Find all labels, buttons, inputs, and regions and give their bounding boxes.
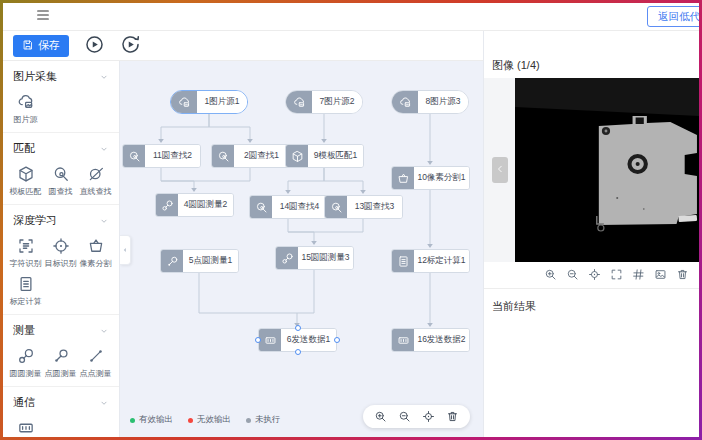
legend-item: 无效输出 (188, 414, 231, 426)
sidebar-section: 深度学习字符识别目标识别像素分割标定计算 (3, 205, 119, 315)
sidebar-item[interactable]: 圆查找 (43, 165, 78, 197)
circle-find-icon (52, 165, 70, 183)
section-title: 测量 (13, 323, 35, 338)
sidebar-item[interactable]: 字符识别 (8, 237, 43, 269)
measure-cc-icon (156, 194, 178, 216)
circle-find-icon (123, 145, 145, 167)
fullscreen-button[interactable] (610, 268, 623, 281)
flow-node[interactable]: 12标定计算1 (391, 249, 470, 273)
save-icon (22, 39, 34, 53)
sidebar-item[interactable] (8, 419, 43, 437)
basket-icon (392, 167, 414, 189)
sidebar-item[interactable]: 点点测量 (78, 347, 113, 379)
image-thumb-strip (484, 78, 515, 262)
image-icon (654, 268, 667, 281)
zoom-in-button[interactable] (544, 268, 557, 281)
sidebar-item[interactable]: 像素分割 (78, 237, 113, 269)
toolbar: 保存 (3, 31, 483, 61)
section-items: 模板匹配圆查找直线查找 (3, 159, 119, 199)
run-button[interactable] (83, 35, 105, 57)
legend-dot (188, 418, 193, 423)
flow-node[interactable]: 14圆查找4 (249, 195, 328, 219)
node-label: 13圆查找3 (347, 196, 402, 218)
section-items: 字符识别目标识别像素分割标定计算 (3, 231, 119, 309)
sidebar-item[interactable]: 点圆测量 (43, 347, 78, 379)
sidebar-item[interactable]: 图片源 (8, 93, 43, 125)
trash-icon (446, 410, 459, 423)
circle-find-icon (212, 145, 234, 167)
sidebar-item[interactable]: 圆圆测量 (8, 347, 43, 379)
sidebar-item[interactable]: 模板匹配 (8, 165, 43, 197)
image-button[interactable] (654, 268, 667, 281)
flow-node[interactable]: 4圆圆测量2 (155, 193, 234, 217)
image-panel-title: 图像 (1/4) (484, 31, 699, 78)
sidebar-section: 通信 (3, 387, 119, 437)
node-label: 5点圆测量1 (183, 250, 238, 272)
measure-pc-icon (161, 250, 183, 272)
node-handle[interactable] (334, 337, 340, 343)
flow-node[interactable]: 5点圆测量1 (160, 249, 239, 273)
legend-item: 有效输出 (130, 414, 173, 426)
measure-pp-icon (87, 347, 105, 365)
flow-node[interactable]: 8图片源3 (391, 90, 469, 114)
left-column: 保存 图片采集图片源匹配模板匹配圆查找直线查找深度学习字符识别目标识别像素分割标… (3, 31, 483, 437)
image-toolbar (484, 262, 699, 289)
node-handle[interactable] (295, 325, 301, 331)
preview-image[interactable] (515, 78, 699, 262)
legend-label: 未执行 (255, 414, 281, 426)
sidebar-section-header[interactable]: 深度学习 (3, 208, 119, 231)
node-handle[interactable] (255, 337, 261, 343)
trash-button[interactable] (676, 268, 689, 281)
trash-button[interactable] (446, 410, 459, 423)
zoom-in-button[interactable] (374, 410, 387, 423)
sidebar-section-header[interactable]: 通信 (3, 390, 119, 413)
flow-node[interactable]: 15圆圆测量3 (275, 246, 354, 270)
caret-left-icon (120, 243, 130, 258)
flow-node[interactable]: 13圆查找3 (324, 195, 403, 219)
flow-node[interactable]: 1图片源1 (170, 90, 248, 114)
node-handle[interactable] (295, 349, 301, 355)
flow-node[interactable]: 2圆查找1 (211, 144, 290, 168)
sidebar-collapse-handle[interactable] (120, 235, 131, 265)
locate-button[interactable] (422, 410, 435, 423)
sidebar-item-label: 模板匹配 (10, 186, 42, 197)
menu-button[interactable] (35, 7, 51, 26)
node-label: 15圆圆测量3 (298, 247, 353, 269)
flow-node[interactable]: 7图片源2 (285, 90, 363, 114)
zoom-out-button[interactable] (566, 268, 579, 281)
grid-button[interactable] (632, 268, 645, 281)
sidebar-item-label: 点圆测量 (45, 368, 77, 379)
flow-canvas[interactable]: 1图片源17图片源28图片源311圆查找22圆查找19模板匹配110像素分割14… (120, 61, 483, 437)
flow-node[interactable]: 6发送数据1 (258, 328, 337, 352)
flow-node[interactable]: 10像素分割1 (391, 166, 470, 190)
save-button[interactable]: 保存 (13, 35, 69, 57)
trash-icon (676, 268, 689, 281)
flow-node[interactable]: 11圆查找2 (122, 144, 201, 168)
measure-cc-icon (276, 247, 298, 269)
sidebar-section-header[interactable]: 匹配 (3, 136, 119, 159)
node-label: 2圆查找1 (234, 145, 289, 167)
sidebar-item-label: 标定计算 (10, 296, 42, 307)
back-to-lowcode-button[interactable]: 返回低代 (647, 6, 699, 27)
measure-pc-icon (52, 347, 70, 365)
sidebar-item[interactable]: 目标识别 (43, 237, 78, 269)
flow-node[interactable]: 16发送数据2 (391, 328, 470, 352)
prev-image-button[interactable] (492, 157, 508, 183)
tool-sidebar: 图片采集图片源匹配模板匹配圆查找直线查找深度学习字符识别目标识别像素分割标定计算… (3, 61, 120, 437)
node-label: 9模板匹配1 (308, 145, 363, 167)
section-items: 圆圆测量点圆测量点点测量 (3, 341, 119, 381)
flow-node[interactable]: 9模板匹配1 (285, 144, 364, 168)
sidebar-section-header[interactable]: 测量 (3, 318, 119, 341)
locate-icon (422, 410, 435, 423)
sidebar-item[interactable]: 标定计算 (8, 275, 43, 307)
image-viewer (484, 78, 699, 262)
play-icon (84, 34, 105, 58)
sidebar-item[interactable]: 直线查找 (78, 165, 113, 197)
zoom-out-button[interactable] (398, 410, 411, 423)
doc-calc-icon (17, 275, 35, 293)
run-loop-button[interactable] (119, 35, 141, 57)
circle-find-icon (325, 196, 347, 218)
locate-button[interactable] (588, 268, 601, 281)
sidebar-section-header[interactable]: 图片采集 (3, 64, 119, 87)
canvas-zoom-controls (363, 405, 470, 428)
